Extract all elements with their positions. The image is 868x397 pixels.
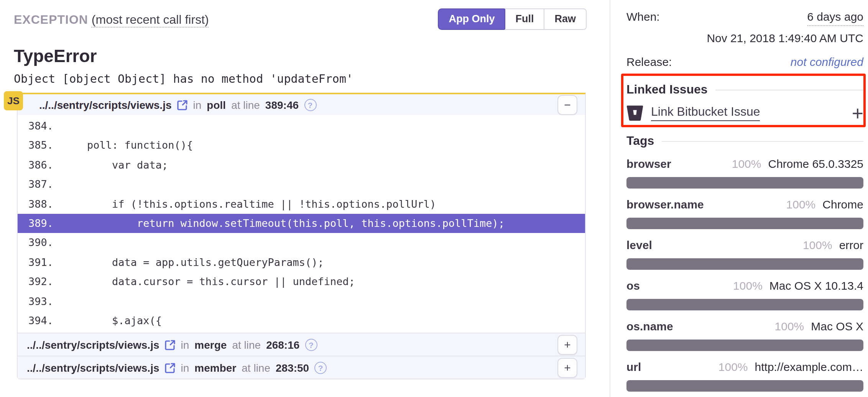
- tag-key[interactable]: url: [626, 359, 641, 375]
- frame-filename: ../../sentry/scripts/views.js: [39, 98, 172, 111]
- code-text: $.ajax({: [62, 311, 162, 331]
- collapse-frame-button[interactable]: −: [557, 95, 577, 115]
- tag-key[interactable]: browser.name: [626, 197, 704, 212]
- code-line: 392. data.cursor = this.cursor || undefi…: [18, 272, 585, 292]
- frame-lineno: 283:50: [276, 362, 309, 374]
- tag-value: Chrome: [822, 197, 863, 212]
- code-block: 384. 385. poll: function(){ 386. var dat…: [18, 115, 585, 333]
- frame-header-poll[interactable]: ../../sentry/scripts/views.js in poll at…: [18, 94, 585, 115]
- release-row: Release: not configured: [626, 54, 863, 70]
- order-note[interactable]: (most recent call first): [92, 13, 209, 28]
- code-text: var data;: [62, 156, 168, 175]
- page: EXCEPTION (most recent call first) App O…: [0, 0, 868, 397]
- in-label: in: [181, 339, 189, 351]
- line-number: 394.: [18, 311, 62, 331]
- link-bitbucket-issue-row: Link Bitbucket Issue +: [626, 105, 863, 121]
- when-relative-time[interactable]: 6 days ago: [807, 9, 863, 26]
- line-number: 390.: [18, 233, 62, 253]
- tag-value: Mac OS X 10.13.4: [769, 278, 863, 294]
- external-link-icon[interactable]: [176, 98, 189, 111]
- tag-row-os-name: os.name 100%Mac OS X: [626, 319, 863, 351]
- help-icon[interactable]: ?: [304, 98, 316, 111]
- line-number: 393.: [18, 292, 62, 311]
- line-number: 387.: [18, 175, 62, 194]
- line-number: 389.: [18, 214, 62, 233]
- frame-header-member[interactable]: ../../sentry/scripts/views.js in member …: [18, 356, 585, 379]
- frame-function: merge: [194, 339, 227, 351]
- tag-row-browser-name: browser.name 100%Chrome: [626, 197, 863, 229]
- tags-title: Tags: [626, 134, 863, 148]
- code-text: data = app.utils.getQueryParams();: [62, 253, 324, 272]
- exception-message: Object [object Object] has no method 'up…: [14, 72, 587, 86]
- tag-percent: 100%: [775, 319, 804, 334]
- tag-key[interactable]: level: [626, 238, 652, 253]
- code-text: if (!this.options.realtime || !this.opti…: [62, 194, 436, 214]
- external-link-icon[interactable]: [164, 362, 176, 374]
- link-bitbucket-issue-link[interactable]: Link Bitbucket Issue: [651, 105, 760, 121]
- tag-value: Chrome 65.0.3325: [768, 156, 864, 172]
- tag-row-url: url 100%http://example.com…: [626, 359, 863, 392]
- app-only-button[interactable]: App Only: [438, 8, 505, 30]
- code-line-crashed: 389. return window.setTimeout(this.poll,…: [18, 214, 585, 233]
- expand-frame-button[interactable]: +: [557, 358, 577, 378]
- event-sidebar: When: 6 days ago Nov 21, 2018 1:49:40 AM…: [610, 0, 868, 397]
- code-line: 386. var data;: [18, 156, 585, 175]
- frame-lineno: 389:46: [265, 98, 299, 111]
- expand-frame-button[interactable]: +: [557, 335, 577, 355]
- tag-key[interactable]: os.name: [626, 319, 673, 334]
- external-link-icon[interactable]: [164, 339, 176, 351]
- release-value-link[interactable]: not configured: [791, 54, 863, 70]
- tag-distribution-bar[interactable]: [626, 177, 863, 189]
- stacktrace-view-toggle: App Only Full Raw: [439, 8, 587, 30]
- full-button[interactable]: Full: [505, 8, 544, 30]
- tag-row-browser: browser 100%Chrome 65.0.3325: [626, 156, 863, 189]
- code-line: 390.: [18, 233, 585, 253]
- frame-filename: ../../sentry/scripts/views.js: [27, 362, 159, 374]
- code-text: data.cursor = this.cursor || undefined;: [62, 272, 355, 292]
- linked-issues-section: Linked Issues Link Bitbucket Issue +: [626, 81, 863, 121]
- traceback: JS ../../sentry/scripts/views.js in poll…: [17, 93, 586, 380]
- raw-button[interactable]: Raw: [544, 8, 587, 30]
- line-number: 391.: [18, 253, 62, 272]
- tag-value: http://example.com…: [755, 359, 863, 375]
- tags-section: Tags browser 100%Chrome 65.0.3325 browse…: [626, 134, 863, 392]
- frame-function: member: [194, 362, 236, 374]
- tag-percent: 100%: [803, 238, 832, 253]
- tag-percent: 100%: [718, 359, 748, 375]
- frame-lineno: 268:16: [266, 339, 299, 351]
- at-line-label: at line: [242, 362, 270, 374]
- code-line: 384.: [18, 116, 585, 136]
- code-line: 385. poll: function(){: [18, 136, 585, 156]
- code-line: 391. data = app.utils.getQueryParams();: [18, 253, 585, 272]
- line-number: 392.: [18, 272, 62, 292]
- line-number: 385.: [18, 136, 62, 156]
- tag-distribution-bar[interactable]: [626, 340, 863, 351]
- tag-percent: 100%: [732, 156, 761, 172]
- help-icon[interactable]: ?: [305, 339, 317, 351]
- code-line: 393.: [18, 292, 585, 311]
- code-text: poll: function(){: [62, 136, 193, 156]
- exception-panel: EXCEPTION (most recent call first) App O…: [0, 0, 610, 397]
- code-text: return window.setTimeout(this.poll, this…: [62, 214, 505, 233]
- tag-distribution-bar[interactable]: [626, 218, 863, 229]
- frame-header-merge[interactable]: ../../sentry/scripts/views.js in merge a…: [18, 333, 585, 356]
- tag-percent: 100%: [733, 278, 763, 294]
- help-icon[interactable]: ?: [314, 362, 327, 374]
- tag-value: error: [839, 238, 863, 253]
- tag-distribution-bar[interactable]: [626, 258, 863, 270]
- tag-key[interactable]: browser: [626, 156, 671, 172]
- frame-function: poll: [207, 98, 226, 111]
- code-line: 394. $.ajax({: [18, 311, 585, 331]
- when-row: When: 6 days ago: [626, 9, 863, 26]
- line-number: 384.: [18, 116, 62, 136]
- tag-distribution-bar[interactable]: [626, 299, 863, 310]
- in-label: in: [193, 98, 202, 111]
- bitbucket-icon: [626, 105, 643, 121]
- tag-key[interactable]: os: [626, 278, 640, 294]
- add-linked-issue-button[interactable]: +: [852, 105, 863, 121]
- tag-distribution-bar[interactable]: [626, 380, 863, 392]
- platform-js-badge: JS: [4, 91, 23, 110]
- line-number: 386.: [18, 156, 62, 175]
- tag-row-os: os 100%Mac OS X 10.13.4: [626, 278, 863, 310]
- tag-percent: 100%: [786, 197, 816, 212]
